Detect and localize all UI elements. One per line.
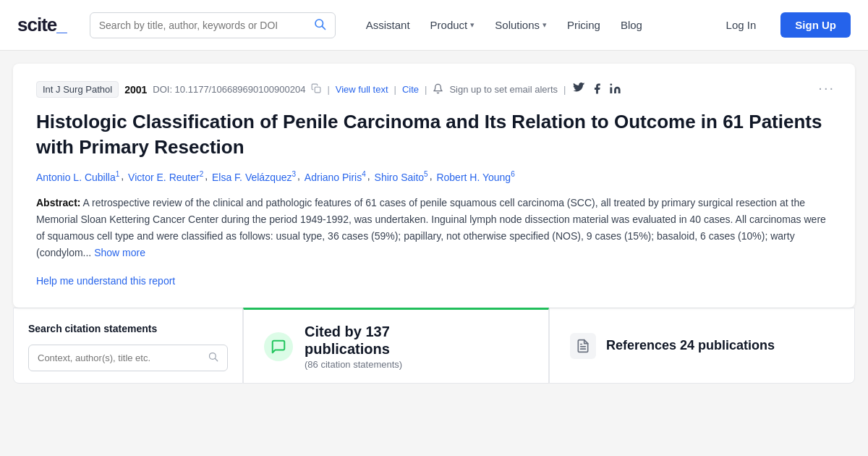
references-panel[interactable]: References 24 publications — [549, 308, 855, 384]
nav-pricing[interactable]: Pricing — [558, 13, 609, 37]
journal-badge: Int J Surg Pathol — [36, 81, 119, 98]
show-more-button[interactable]: Show more — [94, 247, 145, 258]
search-input[interactable] — [99, 20, 309, 31]
search-icon — [208, 351, 218, 365]
navbar: scite_ Assistant Product ▾ Solutions ▾ P… — [0, 0, 868, 51]
signup-button[interactable]: Sign Up — [780, 12, 851, 38]
references-icon — [570, 333, 596, 359]
nav-solutions[interactable]: Solutions ▾ — [486, 13, 556, 37]
abstract-label: Abstract: — [36, 197, 80, 208]
author-5[interactable]: Shiro Saito5 — [375, 170, 428, 183]
publication-year: 2001 — [124, 84, 147, 96]
separator: | — [394, 84, 396, 95]
author-6[interactable]: Robert H. Young6 — [436, 170, 514, 183]
cited-heading: Cited by 137 publications — [305, 323, 402, 358]
social-icons — [573, 83, 621, 97]
more-options-button[interactable]: ··· — [818, 80, 835, 96]
svg-rect-2 — [315, 87, 321, 93]
linkedin-icon[interactable] — [609, 83, 621, 97]
cited-by-panel[interactable]: Cited by 137 publications (86 citation s… — [243, 308, 549, 384]
cited-sub: (86 citation statements) — [305, 359, 402, 370]
cited-info: Cited by 137 publications (86 citation s… — [305, 323, 402, 370]
references-info: References 24 publications — [606, 338, 775, 353]
twitter-icon[interactable] — [573, 83, 585, 97]
search-citations-panel: Search citation statements — [13, 308, 243, 384]
separator: | — [563, 84, 566, 95]
author-1[interactable]: Antonio L. Cubilla1 — [36, 170, 119, 183]
authors-list: Antonio L. Cubilla1, Victor E. Reuter2, … — [36, 170, 832, 183]
alert-text: Sign up to set email alerts — [449, 84, 558, 95]
bottom-panels: Search citation statements Cited by 137 … — [13, 308, 855, 384]
chevron-down-icon: ▾ — [470, 20, 475, 30]
abstract-body: A retrospective review of the clinical a… — [36, 197, 826, 258]
article-card: ··· Int J Surg Pathol 2001 DOI: 10.1177/… — [13, 64, 855, 308]
separator: | — [327, 84, 329, 95]
facebook-icon[interactable] — [591, 83, 603, 97]
author-4[interactable]: Adriano Piris4 — [305, 170, 366, 183]
nav-blog[interactable]: Blog — [612, 13, 651, 37]
help-link[interactable]: Help me understand this report — [36, 275, 175, 287]
meta-row: Int J Surg Pathol 2001 DOI: 10.1177/1066… — [36, 81, 832, 98]
doi-text: DOI: 10.1177/106689690100900204 — [153, 84, 305, 95]
paper-title: Histologic Classification of Penile Carc… — [36, 109, 832, 160]
svg-line-1 — [322, 26, 325, 29]
cite-link[interactable]: Cite — [402, 84, 419, 95]
view-full-text-link[interactable]: View full text — [336, 84, 388, 95]
bell-icon — [433, 83, 443, 96]
nav-product[interactable]: Product ▾ — [422, 13, 484, 37]
logo[interactable]: scite_ — [17, 14, 67, 36]
references-heading: References 24 publications — [606, 338, 775, 353]
nav-links: Assistant Product ▾ Solutions ▾ Pricing … — [357, 13, 651, 37]
nav-assistant[interactable]: Assistant — [357, 13, 419, 37]
author-3[interactable]: Elsa F. Velázquez3 — [212, 170, 296, 183]
citations-search-input[interactable] — [38, 352, 203, 363]
author-2[interactable]: Victor E. Reuter2 — [128, 170, 203, 183]
search-citations-title: Search citation statements — [28, 323, 228, 334]
chat-bubble-icon — [264, 332, 293, 361]
search-icon — [313, 17, 326, 33]
login-button[interactable]: Log In — [716, 13, 767, 37]
citations-search-bar[interactable] — [28, 345, 228, 371]
copy-icon[interactable] — [311, 83, 321, 96]
chevron-down-icon: ▾ — [542, 20, 547, 30]
search-bar[interactable] — [90, 12, 336, 38]
svg-point-3 — [610, 83, 613, 85]
abstract-text: Abstract: A retrospective review of the … — [36, 195, 832, 261]
separator: | — [425, 84, 427, 95]
svg-line-5 — [215, 359, 217, 361]
